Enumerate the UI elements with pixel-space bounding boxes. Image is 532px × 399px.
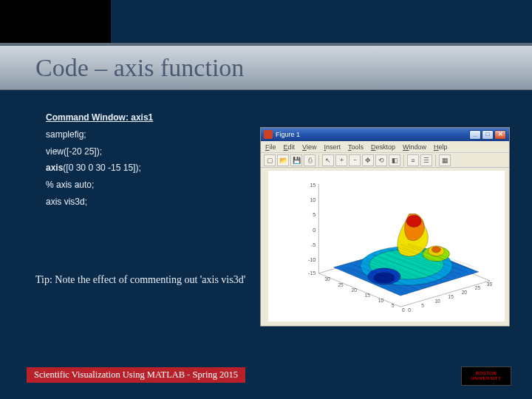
code-line: view([-20 25]); [46, 143, 153, 160]
code-line: samplefig; [46, 126, 153, 143]
ytick: 10 [378, 298, 384, 303]
ztick: 5 [313, 212, 316, 217]
menu-tools[interactable]: Tools [348, 143, 364, 151]
tool-plottools-icon[interactable]: ▦ [439, 154, 451, 166]
code-keyword: axis [46, 163, 63, 173]
logo-line-1: BOSTON [476, 371, 497, 376]
slide-title-band: Code – axis function [0, 43, 532, 90]
menu-window[interactable]: Window [403, 143, 426, 151]
svg-point-5 [406, 215, 421, 227]
xtick: 10 [434, 299, 440, 304]
ytick: 25 [338, 282, 344, 287]
menu-desktop[interactable]: Desktop [371, 143, 395, 151]
tool-save-icon[interactable]: 💾 [290, 154, 302, 166]
slide-accent-block [0, 0, 111, 43]
window-minimize-button[interactable]: _ [469, 130, 481, 140]
xtick: 5 [421, 303, 424, 308]
tip-text: Tip: Note the effect of commenting out '… [35, 273, 257, 287]
code-rest: ([0 30 0 30 -15 15]); [63, 163, 140, 173]
window-close-button[interactable]: ✕ [494, 130, 506, 140]
xtick: 0 [408, 307, 411, 313]
menu-help[interactable]: Help [434, 143, 448, 151]
ztick: 10 [310, 197, 316, 202]
surface-mesh [333, 214, 478, 296]
ztick: -15 [308, 270, 316, 276]
tool-rotate3d-icon[interactable]: ⟲ [375, 154, 387, 166]
xtick: 20 [462, 290, 468, 295]
boston-university-logo: BOSTON UNIVERSITY [461, 366, 511, 386]
ytick: 15 [365, 293, 371, 298]
figure-canvas: 15 10 5 0 -5 -10 -15 [268, 171, 505, 321]
menu-edit[interactable]: Edit [284, 143, 296, 151]
code-line: % axis auto; [46, 177, 153, 194]
figure-app-icon [264, 130, 273, 139]
tool-legend-icon[interactable]: ☰ [420, 154, 432, 166]
tool-datacursor-icon[interactable]: ◧ [389, 154, 400, 166]
ztick: -5 [311, 242, 316, 248]
tool-zoomout-icon[interactable]: － [349, 154, 361, 166]
xtick: 30 [487, 282, 493, 287]
footer-course-label: Scientific Visualization Using MATLAB - … [27, 367, 245, 383]
tool-open-icon[interactable]: 📂 [277, 154, 289, 166]
matlab-figure-window: Figure 1 _ □ ✕ File Edit View Insert Too… [260, 127, 510, 327]
ztick: 0 [313, 228, 316, 233]
command-window-heading: Command Window: axis1 [46, 109, 153, 126]
svg-point-8 [432, 247, 440, 253]
tool-colorbar-icon[interactable]: ≡ [407, 154, 419, 166]
ytick: 0 [402, 307, 405, 313]
menu-insert[interactable]: Insert [324, 143, 341, 151]
code-block: Command Window: axis1 samplefig; view([-… [46, 109, 153, 211]
tool-print-icon[interactable]: ⎙ [304, 154, 316, 166]
tool-pan-icon[interactable]: ✥ [362, 154, 374, 166]
figure-toolbar: ▢ 📂 💾 ⎙ ↖ ＋ － ✥ ⟲ ◧ ≡ ☰ ▦ [261, 153, 509, 168]
xtick: 25 [475, 285, 481, 290]
ytick: 5 [392, 303, 395, 308]
slide-title: Code – axis function [35, 54, 244, 82]
ytick: 30 [324, 276, 330, 282]
figure-titlebar: Figure 1 _ □ ✕ [261, 128, 509, 141]
menu-file[interactable]: File [265, 143, 276, 151]
svg-point-4 [374, 273, 395, 283]
xtick: 15 [449, 294, 454, 299]
menu-view[interactable]: View [302, 143, 316, 151]
tool-zoomin-icon[interactable]: ＋ [335, 154, 347, 166]
ytick: 20 [352, 287, 358, 293]
figure-title-text: Figure 1 [276, 131, 300, 138]
ztick: 15 [310, 183, 316, 188]
tool-pointer-icon[interactable]: ↖ [322, 154, 334, 166]
window-maximize-button[interactable]: □ [482, 130, 494, 140]
code-line: axis([0 30 0 30 -15 15]); [46, 160, 153, 177]
logo-line-2: UNIVERSITY [471, 376, 501, 381]
tool-new-icon[interactable]: ▢ [264, 154, 276, 166]
code-line: axis vis3d; [46, 194, 153, 211]
ztick: -10 [308, 257, 316, 262]
figure-menubar: File Edit View Insert Tools Desktop Wind… [261, 141, 509, 153]
surface-plot-3d: 15 10 5 0 -5 -10 -15 [289, 177, 497, 318]
